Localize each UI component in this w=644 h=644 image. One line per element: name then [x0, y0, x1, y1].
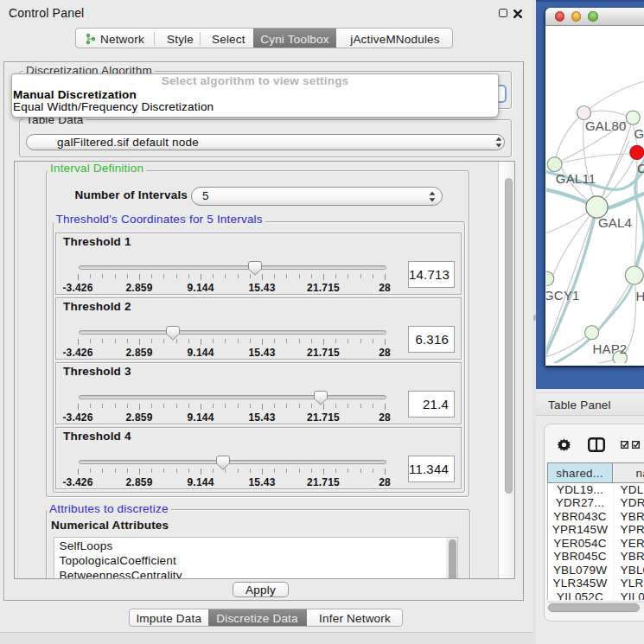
svg-text:GAL3: GAL3: [634, 125, 644, 140]
svg-text:H: H: [636, 288, 644, 303]
svg-text:GCY1: GCY1: [546, 287, 580, 302]
svg-text:HAP2: HAP2: [592, 341, 627, 355]
svg-text:GAL11: GAL11: [556, 171, 596, 186]
svg-text:C: C: [637, 160, 644, 175]
svg-text:GAL4: GAL4: [598, 214, 632, 229]
svg-text:GAL80: GAL80: [585, 118, 627, 133]
